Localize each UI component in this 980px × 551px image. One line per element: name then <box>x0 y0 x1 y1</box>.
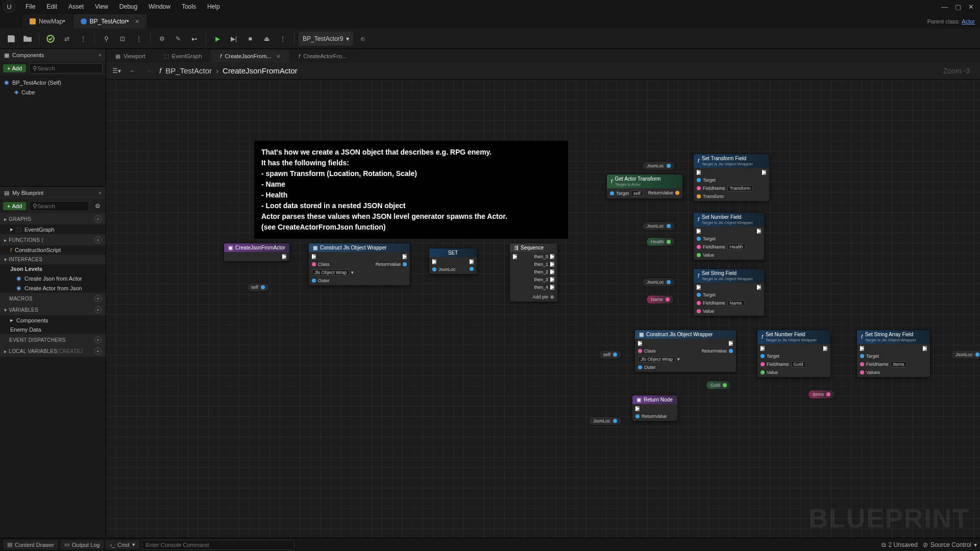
nav-forward-button[interactable]: → <box>143 65 155 77</box>
window-maximize-icon[interactable]: ▢ <box>955 3 961 11</box>
step-button[interactable]: ▶| <box>227 32 241 46</box>
add-pin-icon[interactable]: ⊕ <box>550 294 554 299</box>
add-component-button[interactable]: +Add <box>3 64 26 72</box>
tab-eventgraph[interactable]: ⬚EventGraph <box>155 50 211 62</box>
menu-view[interactable]: View <box>90 2 113 12</box>
tab-createjson[interactable]: fCreateJsonFrom...× <box>211 50 289 62</box>
doc-tab-bptestactor[interactable]: BP_TestActor• × <box>74 14 146 29</box>
add-blueprint-button[interactable]: +Add <box>3 202 26 210</box>
node-set-number-health[interactable]: fSet Number FieldTarget is Jls Object Wr… <box>693 212 765 260</box>
source-control-button[interactable]: ⊘Source Control ▾ <box>923 541 977 548</box>
browse-button[interactable] <box>20 32 35 46</box>
var-jsonloc-1[interactable]: JsonLoc <box>642 161 675 170</box>
var-self-2[interactable]: self <box>599 350 622 359</box>
section-functions[interactable]: ▸ FUNCTIONS (+ <box>0 234 106 245</box>
add-icon[interactable]: + <box>94 236 102 243</box>
node-set-string-name[interactable]: fSet String FieldTarget is Jls Object Wr… <box>693 268 765 316</box>
node-construct-wrapper-2[interactable]: ▦Construct Jls Object Wrapper Class Jls … <box>634 330 737 372</box>
graph-menu-icon[interactable]: ☰▾ <box>110 65 122 77</box>
section-variables[interactable]: ▾ VARIABLES+ <box>0 304 106 315</box>
tab-createactor[interactable]: fCreateActorFro... <box>289 50 355 62</box>
menu-asset[interactable]: Asset <box>63 2 89 12</box>
var-jsonloc-5[interactable]: JsonLoc <box>589 416 622 425</box>
debug-object-dropdown[interactable]: BP_TestActor9▾ <box>299 32 353 46</box>
unsaved-indicator[interactable]: ⧉2 Unsaved <box>881 541 918 548</box>
menu-help[interactable]: Help <box>202 2 225 12</box>
blueprint-search-input[interactable]: ⚲ <box>29 201 89 211</box>
node-set-number-gold[interactable]: fSet Number FieldTarget is Jls Object Wr… <box>757 330 831 378</box>
class-defaults-button[interactable]: ✎ <box>171 32 185 46</box>
node-function-entry[interactable]: ▣CreateJsonFromActor <box>224 243 290 262</box>
dropdown-icon[interactable]: ⋮ <box>76 32 90 46</box>
add-icon[interactable]: + <box>94 306 102 313</box>
var-jsonloc-4[interactable]: JsonLoc <box>951 350 980 359</box>
menu-edit[interactable]: Edit <box>41 2 62 12</box>
diff-button[interactable]: ⇄ <box>60 32 74 46</box>
stop-button[interactable]: ■ <box>243 32 257 46</box>
close-panel-icon[interactable]: × <box>99 52 102 58</box>
close-tab-icon[interactable]: × <box>276 53 280 60</box>
add-icon[interactable]: + <box>94 295 102 302</box>
window-close-icon[interactable]: ✕ <box>968 3 974 11</box>
node-set-transform-field[interactable]: fSet Transform FieldTarget is Jls Object… <box>693 154 770 202</box>
menu-tools[interactable]: Tools <box>177 2 201 12</box>
node-sequence[interactable]: ⇶Sequence then_0 then_1 then_2 then_3 th… <box>509 243 558 302</box>
var-gold[interactable]: Gold <box>706 381 731 390</box>
var-jsonloc-3[interactable]: JsonLoc <box>642 278 675 287</box>
hide-unrelated-button[interactable]: ⊡ <box>115 32 130 46</box>
var-items[interactable]: Items <box>808 390 835 399</box>
node-construct-wrapper-1[interactable]: ▦Construct Jls Object Wrapper Class Jls … <box>308 243 410 286</box>
add-icon[interactable]: + <box>94 215 102 222</box>
node-return[interactable]: ▣Return Node ReturnValue <box>632 395 678 421</box>
function-constructionscript[interactable]: fConstructionScript <box>0 245 106 255</box>
interface-create-actor[interactable]: ◉Create Actor from Json <box>0 283 106 293</box>
output-log-button[interactable]: ▭Output Log <box>60 540 104 549</box>
compile-button[interactable] <box>43 32 58 46</box>
comment-node[interactable]: That's how we create a JSON object that … <box>254 141 568 239</box>
tab-viewport[interactable]: ▦Viewport <box>106 50 155 62</box>
node-set-string-array[interactable]: fSet String Array FieldTarget is Jls Obj… <box>856 330 930 378</box>
var-name[interactable]: Name <box>646 295 674 304</box>
node-get-actor-transform[interactable]: fGet Actor TransformTarget is Actor Targ… <box>606 174 683 199</box>
play-button[interactable]: ▶ <box>210 32 225 46</box>
add-icon[interactable]: + <box>94 347 102 355</box>
var-health[interactable]: Health <box>646 237 675 246</box>
locate-debug-actor-button[interactable]: ⎋ <box>355 32 370 46</box>
close-panel-icon[interactable]: × <box>99 190 102 196</box>
component-cube[interactable]: ◈Cube <box>0 87 106 97</box>
section-macros[interactable]: MACROS+ <box>0 293 106 304</box>
breadcrumb-root[interactable]: BP_TestActor <box>165 66 212 75</box>
console-command-input[interactable] <box>141 540 295 550</box>
class-settings-button[interactable]: ⚙ <box>155 32 169 46</box>
ue-logo-icon[interactable]: U <box>3 1 15 13</box>
find-button[interactable]: ⚲ <box>99 32 113 46</box>
play-options-icon[interactable]: ⋮ <box>276 32 290 46</box>
parent-class-link[interactable]: Actor <box>962 18 975 24</box>
components-panel-tab[interactable]: ▦ Components × <box>0 49 106 61</box>
window-minimize-icon[interactable]: — <box>941 3 948 11</box>
var-jsonloc-2[interactable]: JsonLoc <box>642 221 675 231</box>
close-tab-icon[interactable]: × <box>135 17 139 26</box>
add-icon[interactable]: + <box>94 336 102 343</box>
content-drawer-button[interactable]: ▤Content Drawer <box>3 540 58 549</box>
menu-window[interactable]: Window <box>143 2 176 12</box>
settings-icon[interactable]: ⚙ <box>92 201 103 211</box>
component-root[interactable]: ◉BP_TestActor (Self) <box>0 78 106 87</box>
interface-group[interactable]: Json Levels <box>0 264 106 273</box>
doc-tab-newmap[interactable]: NewMap• <box>22 14 72 29</box>
node-set-jsonloc[interactable]: SET JsonLoc <box>429 248 477 274</box>
section-graphs[interactable]: ▸ GRAPHS+ <box>0 213 106 224</box>
graph-canvas[interactable]: That's how we create a JSON object that … <box>106 80 980 538</box>
variable-enemydata[interactable]: Enemy Data <box>0 325 106 334</box>
interface-create-json[interactable]: ◉Create Json from Actor <box>0 273 106 283</box>
simulation-button[interactable]: ▸▪ <box>187 32 202 46</box>
variable-components[interactable]: ▸ Components <box>0 315 106 325</box>
cmd-button[interactable]: ›_Cmd ▾ <box>106 540 139 549</box>
section-localvars[interactable]: ▸ LOCAL VARIABLES (CREATEJ+ <box>0 345 106 357</box>
components-search-input[interactable]: ⚲ <box>29 63 103 73</box>
eject-button[interactable]: ⏏ <box>259 32 274 46</box>
nav-back-button[interactable]: ← <box>127 65 139 77</box>
menu-file[interactable]: File <box>20 2 40 12</box>
more-icon[interactable]: ⋮ <box>132 32 146 46</box>
var-self[interactable]: self <box>247 283 270 292</box>
